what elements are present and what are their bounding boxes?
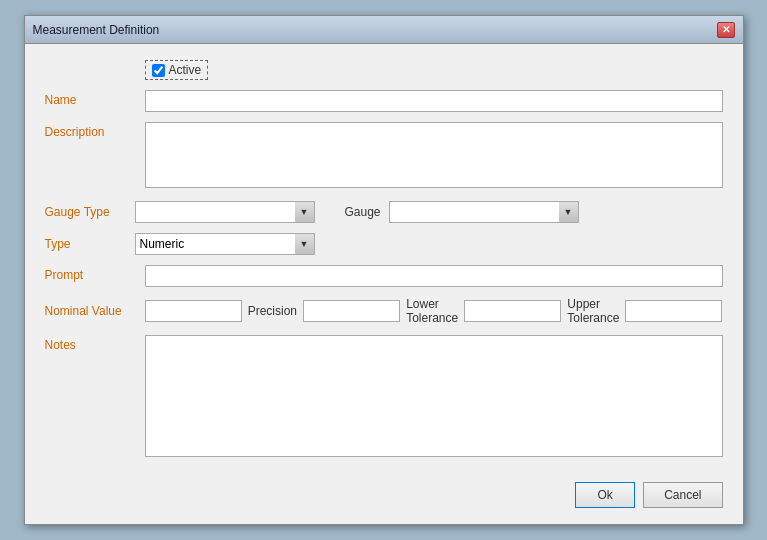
name-input[interactable] bbox=[145, 90, 723, 112]
notes-label: Notes bbox=[45, 335, 145, 352]
prompt-row: Prompt bbox=[45, 265, 723, 287]
active-label: Active bbox=[169, 63, 202, 77]
gauge-type-select[interactable] bbox=[135, 201, 315, 223]
precision-input[interactable] bbox=[303, 300, 400, 322]
button-row: Ok Cancel bbox=[575, 482, 722, 508]
type-select-wrapper: Numeric ▼ bbox=[135, 233, 315, 255]
gauge-type-select-wrapper: ▼ bbox=[135, 201, 315, 223]
dialog-title: Measurement Definition bbox=[33, 23, 160, 37]
cancel-button[interactable]: Cancel bbox=[643, 482, 722, 508]
notes-row: Notes bbox=[45, 335, 723, 460]
measurement-definition-dialog: Measurement Definition ✕ Active Name Des… bbox=[24, 15, 744, 525]
notes-input[interactable] bbox=[145, 335, 723, 457]
title-bar: Measurement Definition ✕ bbox=[25, 16, 743, 44]
upper-tolerance-input[interactable] bbox=[625, 300, 722, 322]
name-label: Name bbox=[45, 90, 145, 107]
description-input[interactable] bbox=[145, 122, 723, 188]
close-button[interactable]: ✕ bbox=[717, 22, 735, 38]
dialog-body: Active Name Description Gauge Type ▼ bbox=[25, 44, 743, 476]
description-label: Description bbox=[45, 122, 145, 139]
description-row: Description bbox=[45, 122, 723, 191]
tolerance-row: Nominal Value Precision Lower Tolerance … bbox=[45, 297, 723, 325]
active-row: Active bbox=[45, 60, 723, 80]
precision-label: Precision bbox=[248, 304, 297, 318]
gauge-select-wrapper: ▼ bbox=[389, 201, 579, 223]
type-label: Type bbox=[45, 237, 135, 251]
prompt-field-wrapper bbox=[145, 265, 723, 287]
notes-field-wrapper bbox=[145, 335, 723, 460]
gauge-label: Gauge bbox=[345, 205, 381, 219]
active-checkbox-label[interactable]: Active bbox=[145, 60, 209, 80]
name-row: Name bbox=[45, 90, 723, 112]
description-field-wrapper bbox=[145, 122, 723, 191]
gauge-select[interactable] bbox=[389, 201, 579, 223]
prompt-label: Prompt bbox=[45, 265, 145, 282]
lower-tolerance-input[interactable] bbox=[464, 300, 561, 322]
type-select[interactable]: Numeric bbox=[135, 233, 315, 255]
lower-tolerance-label: Lower Tolerance bbox=[406, 297, 458, 325]
active-checkbox[interactable] bbox=[152, 64, 165, 77]
upper-tolerance-label: Upper Tolerance bbox=[567, 297, 619, 325]
prompt-input[interactable] bbox=[145, 265, 723, 287]
gauge-type-row: Gauge Type ▼ Gauge ▼ bbox=[45, 201, 723, 223]
tolerance-fields: Precision Lower Tolerance Upper Toleranc… bbox=[145, 297, 723, 325]
nominal-value-label: Nominal Value bbox=[45, 304, 145, 318]
type-row: Type Numeric ▼ bbox=[45, 233, 723, 255]
ok-button[interactable]: Ok bbox=[575, 482, 635, 508]
gauge-type-label: Gauge Type bbox=[45, 205, 135, 219]
nominal-value-input[interactable] bbox=[145, 300, 242, 322]
name-field-wrapper bbox=[145, 90, 723, 112]
